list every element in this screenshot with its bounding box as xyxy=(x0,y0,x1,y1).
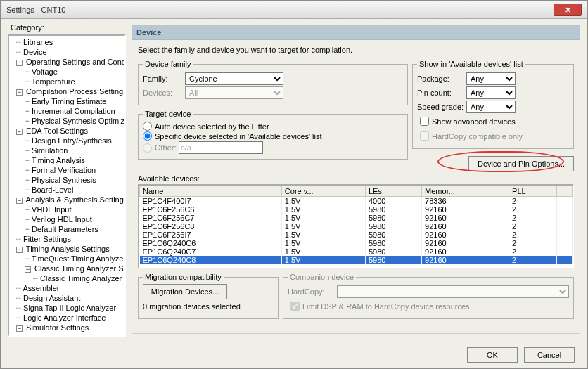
companion-group: Companion device HardCopy: Limit DSP & R… xyxy=(283,273,574,319)
device-family-group: Device family Family: Cyclone Devices: A… xyxy=(138,60,408,105)
target-other-radio xyxy=(143,143,152,153)
tree-item[interactable]: ┈ TimeQuest Timing Analyzer xyxy=(16,254,124,264)
show-advanced-label: Show advanced devices xyxy=(432,117,516,126)
tree-item[interactable]: ┈ Verilog HDL Input xyxy=(16,214,124,224)
hardcopy-select xyxy=(337,285,569,298)
titlebar: Settings - CNT10 ✕ xyxy=(1,1,587,19)
show-in-list-group: Show in 'Available devices' list Package… xyxy=(412,60,574,149)
column-header[interactable]: Name xyxy=(140,186,282,197)
tree-item[interactable]: ┈ Voltage xyxy=(16,67,124,77)
devices-select: All xyxy=(185,86,283,99)
limit-dsp-checkbox xyxy=(290,302,300,311)
tree-item[interactable]: ┈ Default Parameters xyxy=(16,224,124,234)
category-label: Category: xyxy=(11,23,44,32)
tree-item[interactable]: ┈ Device xyxy=(16,47,124,57)
ok-button[interactable]: OK xyxy=(467,347,518,363)
tree-item[interactable]: − Timing Analysis Settings xyxy=(16,244,124,254)
tree-item[interactable]: ┈ Timing Analysis xyxy=(16,155,124,165)
pincount-select[interactable]: Any xyxy=(466,86,516,99)
available-devices-table[interactable]: NameCore v...LEsMemor...PLL EP1C4F400I71… xyxy=(138,184,574,268)
tree-item[interactable]: ┈ Libraries xyxy=(16,37,124,47)
target-specific-radio[interactable] xyxy=(143,131,152,141)
tree-item[interactable]: ┈ Fitter Settings xyxy=(16,234,124,244)
close-button[interactable]: ✕ xyxy=(554,4,582,16)
tree-item[interactable]: − Compilation Process Settings xyxy=(16,86,124,96)
dialog-footer: OK Cancel xyxy=(463,347,575,363)
table-row[interactable]: EP1C6Q240C71.5V5980921602 xyxy=(140,247,573,256)
tree-item[interactable]: ┈ Design Entry/Synthesis xyxy=(16,136,124,145)
migration-devices-button[interactable]: Migration Devices... xyxy=(143,284,227,299)
tree-item[interactable]: ┈ Incremental Compilation xyxy=(16,106,124,116)
target-device-group: Target device Auto device selected by th… xyxy=(138,110,408,160)
table-row[interactable]: EP1C6F256C71.5V5980921602 xyxy=(140,214,573,222)
hardcopy-only-label: HardCopy compatible only xyxy=(432,132,523,141)
tree-item[interactable]: ┈ Design Assistant xyxy=(16,293,124,303)
target-other-label: Other: xyxy=(155,143,177,152)
show-in-list-legend: Show in 'Available devices' list xyxy=(417,60,525,68)
column-header[interactable]: PLL xyxy=(509,186,557,197)
show-advanced-checkbox[interactable] xyxy=(420,117,429,126)
table-row[interactable]: EP1C4F400I71.5V4000783362 xyxy=(140,197,573,206)
column-header[interactable] xyxy=(557,186,573,197)
tree-item[interactable]: ┈ Simulation Verification xyxy=(16,332,124,337)
family-select[interactable]: Cyclone xyxy=(185,72,283,85)
tree-item[interactable]: ┈ Temperature xyxy=(16,77,124,86)
target-other-input xyxy=(179,141,263,154)
target-auto-label: Auto device selected by the Fitter xyxy=(155,122,269,131)
tree-item[interactable]: − EDA Tool Settings xyxy=(16,126,124,136)
tree-item[interactable]: ┈ Logic Analyzer Interface xyxy=(16,313,124,323)
device-family-legend: Device family xyxy=(143,60,193,68)
tree-item[interactable]: − Classic Timing Analyzer Settings xyxy=(16,264,124,273)
tree-item[interactable]: ┈ SignalTap II Logic Analyzer xyxy=(16,303,124,313)
tree-item[interactable]: ┈ Assembler xyxy=(16,283,124,293)
hardcopy-label: HardCopy: xyxy=(288,287,337,296)
target-specific-label: Specific device selected in 'Available d… xyxy=(155,132,322,141)
table-row[interactable]: EP1C6Q240C81.5V5980921602 xyxy=(140,256,573,264)
column-header[interactable]: LEs xyxy=(365,186,421,197)
settings-window: Settings - CNT10 ✕ Category: ┈ Libraries… xyxy=(0,0,588,369)
pincount-label: Pin count: xyxy=(417,89,466,97)
tree-item[interactable]: ┈ Physical Synthesis Optimizations xyxy=(16,116,124,126)
table-row[interactable]: EP1C6Q240C61.5V5980921602 xyxy=(140,239,573,247)
tree-item[interactable]: ┈ VHDL Input xyxy=(16,205,124,214)
limit-dsp-label: Limit DSP & RAM to HardCopy device resou… xyxy=(302,302,470,311)
migration-legend: Migration compatibility xyxy=(143,273,224,281)
speed-label: Speed grade: xyxy=(417,103,466,111)
available-devices-label: Available devices: xyxy=(138,174,574,183)
package-label: Package: xyxy=(417,75,466,83)
device-pin-options-button[interactable]: Device and Pin Options... xyxy=(468,156,574,171)
companion-legend: Companion device xyxy=(288,273,356,281)
tree-item[interactable]: ┈ Simulation xyxy=(16,145,124,155)
target-device-legend: Target device xyxy=(143,110,193,118)
devices-label: Devices: xyxy=(143,89,185,97)
table-row[interactable]: EP1C6F256C81.5V5980921602 xyxy=(140,222,573,231)
package-select[interactable]: Any xyxy=(466,72,516,85)
speed-select[interactable]: Any xyxy=(466,101,516,113)
panel-title: Device xyxy=(132,25,580,40)
hardcopy-only-checkbox xyxy=(420,131,429,141)
tree-item[interactable]: − Operating Settings and Conditions xyxy=(16,57,124,67)
tree-item[interactable]: − Simulator Settings xyxy=(16,323,124,332)
tree-item[interactable]: ┈ Physical Synthesis xyxy=(16,175,124,185)
migration-group: Migration compatibility Migration Device… xyxy=(138,273,279,319)
tree-item[interactable]: ┈ Early Timing Estimate xyxy=(16,96,124,106)
target-auto-radio[interactable] xyxy=(143,122,152,131)
tree-item[interactable]: − Analysis & Synthesis Settings xyxy=(16,195,124,205)
migration-status: 0 migration devices selected xyxy=(143,302,274,311)
tree-item[interactable]: ┈ Board-Level xyxy=(16,185,124,195)
cancel-button[interactable]: Cancel xyxy=(524,347,575,363)
family-label: Family: xyxy=(143,75,185,83)
column-header[interactable]: Core v... xyxy=(281,186,365,197)
table-row[interactable]: EP1C6F256C61.5V5980921602 xyxy=(140,205,573,214)
window-title: Settings - CNT10 xyxy=(6,6,554,14)
column-header[interactable]: Memor... xyxy=(422,186,509,197)
table-row[interactable]: EP1C6F256I71.5V5980921602 xyxy=(140,231,573,239)
panel-instruction: Select the family and device you want to… xyxy=(138,46,574,54)
tree-item[interactable]: ┈ Formal Verification xyxy=(16,165,124,175)
tree-item[interactable]: ┈ Classic Timing Analyzer Reporting xyxy=(16,273,124,283)
category-tree[interactable]: ┈ Libraries┈ Device− Operating Settings … xyxy=(8,34,126,337)
